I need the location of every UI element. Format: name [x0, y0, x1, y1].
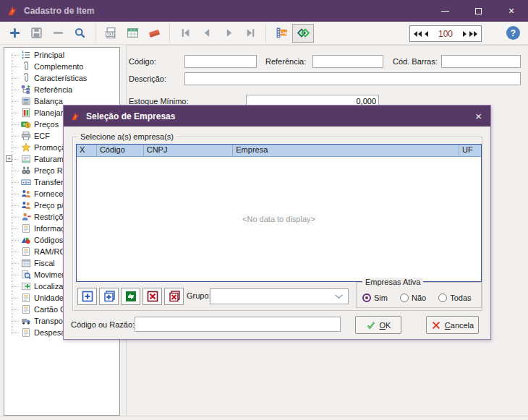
select-refresh-button[interactable] — [121, 288, 140, 305]
grupo-label: Grupo: — [187, 291, 211, 300]
radio-nao[interactable]: Não — [400, 293, 426, 302]
nav-last-icon — [244, 27, 257, 39]
select-remove-all-button[interactable] — [164, 288, 184, 305]
fast-forward-icon — [469, 31, 477, 37]
column-header-cnpj[interactable]: CNPJ — [144, 145, 234, 156]
spin-left-icons[interactable] — [414, 31, 428, 37]
codigo-label: Código: — [129, 57, 156, 66]
add-button[interactable] — [4, 24, 25, 43]
clear-button[interactable] — [143, 24, 165, 43]
toolbar-separator — [169, 24, 170, 43]
record-navigator[interactable]: 100 — [409, 25, 482, 42]
maximize-button[interactable] — [461, 0, 495, 22]
select-add-icon — [81, 290, 94, 303]
sidebar-item-label: Restriçõ — [34, 213, 63, 221]
column-header-uf[interactable]: UF — [459, 145, 481, 156]
codigo-razao-label: Código ou Razão: — [71, 320, 135, 329]
ok-button[interactable]: OK — [355, 316, 401, 334]
cod-barras-input[interactable] — [441, 55, 521, 68]
codigo-razao-input[interactable] — [135, 317, 341, 332]
tree-connector — [12, 171, 19, 171]
delete-button[interactable] — [47, 24, 69, 43]
sidebar-item-label: Fiscal — [34, 259, 55, 267]
sidebar-item-principal[interactable]: Principal — [4, 49, 119, 61]
cod-barras-label: Cód. Barras: — [393, 57, 438, 66]
tree-connector — [12, 67, 19, 67]
sidebar-item-referencia[interactable]: Referência — [4, 84, 119, 95]
nav-last-button[interactable] — [239, 24, 261, 43]
tree-connector — [12, 113, 19, 113]
codigo-input[interactable] — [184, 55, 257, 68]
close-icon: × — [508, 6, 514, 16]
column-header-codigo[interactable]: Código — [97, 145, 144, 156]
empresas-grid[interactable]: XCódigoCNPJEmpresaUF <No data to display… — [76, 144, 482, 282]
save-button[interactable] — [25, 24, 47, 43]
close-button[interactable]: × — [495, 0, 528, 22]
tree-connector — [12, 182, 19, 183]
window-icon — [20, 258, 31, 269]
cancel-button[interactable]: Cancela — [426, 316, 479, 334]
descricao-input[interactable] — [184, 72, 521, 85]
minimize-icon — [441, 11, 449, 12]
sidebar-item-label: Despesa — [34, 328, 65, 337]
select-remove-button[interactable] — [142, 288, 162, 305]
spin-right-icons[interactable] — [463, 31, 477, 37]
referencia-input[interactable] — [312, 55, 383, 68]
select-add-button[interactable] — [77, 288, 97, 305]
expand-plus-icon[interactable]: + — [6, 155, 12, 162]
search-doc-icon — [20, 270, 31, 280]
sidebar-item-caracteristicas[interactable]: Características — [4, 72, 119, 84]
txt-export-button[interactable]: TXT — [100, 24, 122, 43]
tree-connector — [12, 136, 19, 137]
minimize-button[interactable] — [428, 0, 461, 22]
tree-connector — [12, 159, 19, 160]
selecao-empresas-dialog: Seleção de Empresas × Selecione a(s) emp… — [63, 105, 491, 340]
grupo-combobox[interactable] — [210, 288, 349, 304]
printer-icon — [20, 131, 31, 142]
radio-label: Não — [412, 293, 426, 302]
tree-connector — [12, 321, 19, 322]
sidebar-item-complemento[interactable]: Complemento — [4, 61, 119, 72]
nav-next-icon — [223, 27, 235, 39]
nav-first-icon — [179, 27, 192, 39]
radio-icon — [362, 293, 371, 302]
nav-next-button[interactable] — [218, 24, 239, 43]
nav-first-button[interactable] — [174, 24, 196, 43]
paperclip-icon — [20, 73, 31, 84]
person-minus-icon — [20, 212, 31, 223]
money-icon: $ — [20, 119, 31, 130]
company-select-button[interactable] — [292, 24, 314, 43]
sidebar-item-label: Preços — [34, 120, 59, 129]
people-icon — [20, 189, 31, 200]
svg-text:+a+: +a+ — [22, 179, 30, 184]
column-header-x[interactable]: X — [77, 145, 97, 156]
tree-connector — [12, 90, 19, 90]
grid-view-icon — [127, 27, 139, 39]
radio-sim[interactable]: Sim — [362, 293, 388, 302]
cancel-button-label: Cancela — [445, 321, 474, 330]
radio-label: Todas — [450, 293, 471, 302]
tree-connector — [12, 240, 19, 241]
svg-text:Log: Log — [280, 30, 287, 35]
log-icon: Log — [276, 27, 288, 39]
doc-icon — [20, 247, 31, 257]
search-button[interactable] — [69, 24, 90, 43]
select-add-all-button[interactable] — [99, 288, 119, 305]
column-header-empresa[interactable]: Empresa — [233, 145, 459, 156]
doc-icon — [20, 293, 31, 304]
dialog-close-icon: × — [475, 110, 482, 122]
select-add-all-icon — [103, 290, 116, 303]
invoice-icon — [20, 154, 31, 165]
toolbar-separator — [265, 24, 266, 43]
paperclip-icon — [20, 61, 31, 72]
dialog-close-button[interactable]: × — [475, 106, 482, 127]
help-button[interactable]: ? — [506, 26, 520, 40]
radio-todas[interactable]: Todas — [438, 293, 471, 302]
tree-connector — [12, 228, 19, 229]
clear-icon — [148, 27, 161, 39]
svg-text:TXT: TXT — [106, 33, 113, 36]
tree-connector — [12, 252, 19, 252]
log-button[interactable]: Log — [271, 24, 292, 43]
nav-prev-button[interactable] — [196, 24, 218, 43]
grid-view-button[interactable] — [122, 24, 143, 43]
